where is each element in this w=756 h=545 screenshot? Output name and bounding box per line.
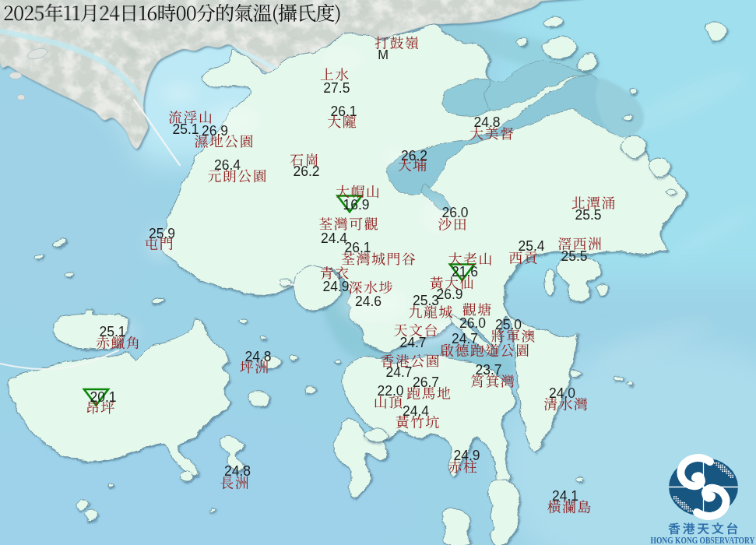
svg-text:24.7: 24.7 <box>399 335 426 350</box>
svg-text:21.6: 21.6 <box>452 264 478 280</box>
svg-text:26.7: 26.7 <box>413 374 439 390</box>
svg-text:26.1: 26.1 <box>344 240 371 255</box>
svg-text:26.0: 26.0 <box>441 205 468 220</box>
svg-text:24.0: 24.0 <box>549 385 575 401</box>
svg-text:26.0: 26.0 <box>459 315 486 331</box>
svg-text:22.0: 22.0 <box>377 383 403 399</box>
svg-text:M: M <box>378 47 389 62</box>
svg-text:25.5: 25.5 <box>561 248 587 264</box>
svg-text:25.1: 25.1 <box>172 121 199 137</box>
svg-text:26.9: 26.9 <box>436 287 462 302</box>
svg-text:24.9: 24.9 <box>322 279 349 294</box>
svg-text:25.3: 25.3 <box>413 293 439 308</box>
svg-text:16.9: 16.9 <box>343 197 369 213</box>
svg-text:24.4: 24.4 <box>321 230 347 246</box>
svg-text:24.4: 24.4 <box>403 403 429 419</box>
svg-text:27.5: 27.5 <box>323 80 350 96</box>
svg-text:25.4: 25.4 <box>518 238 544 254</box>
svg-text:25.5: 25.5 <box>575 207 601 223</box>
svg-text:24.7: 24.7 <box>385 364 412 380</box>
svg-text:HONG KONG OBSERVATORY: HONG KONG OBSERVATORY <box>651 534 755 545</box>
svg-text:24.8: 24.8 <box>473 114 500 130</box>
svg-text:24.6: 24.6 <box>355 294 382 309</box>
